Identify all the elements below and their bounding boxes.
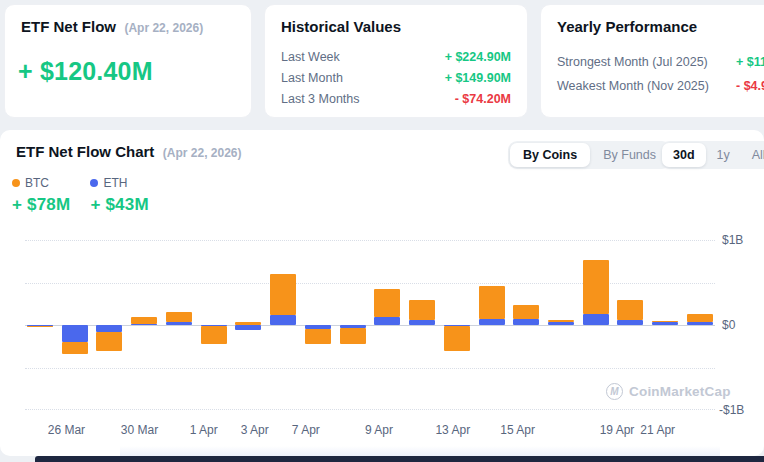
bar-group[interactable] bbox=[444, 240, 470, 410]
negative-stack bbox=[305, 325, 331, 344]
chart-title: ETF Net Flow Chart bbox=[16, 143, 154, 160]
stat-row: Last Week+ $224.90M bbox=[281, 46, 511, 67]
net-flow-title: ETF Net Flow bbox=[21, 18, 116, 35]
btc-segment bbox=[131, 317, 157, 324]
stat-row: Last Month+ $149.90M bbox=[281, 67, 511, 88]
bottom-fade bbox=[120, 446, 720, 456]
y-axis-label-bottom: -$1B bbox=[719, 403, 744, 417]
eth-segment bbox=[513, 319, 539, 325]
coinmarketcap-logo-icon: M bbox=[606, 383, 623, 400]
etf-net-flow-chart-card: ETF Net Flow Chart (Apr 22, 2026) By Coi… bbox=[0, 130, 764, 456]
x-axis-label: 21 Apr bbox=[640, 423, 675, 437]
bar-group[interactable] bbox=[201, 240, 227, 410]
stat-row-value: + $149.90M bbox=[445, 71, 511, 85]
bar-group[interactable] bbox=[305, 240, 331, 410]
btc-segment bbox=[340, 328, 366, 344]
eth-segment bbox=[270, 315, 296, 325]
bar-group[interactable] bbox=[409, 240, 435, 410]
yearly-performance-header: Yearly Performance bbox=[541, 5, 764, 36]
positive-stack bbox=[409, 300, 435, 325]
positive-stack bbox=[583, 260, 609, 325]
btc-segment bbox=[444, 326, 470, 351]
eth-segment bbox=[166, 322, 192, 325]
x-axis-label: 30 Mar bbox=[121, 423, 158, 437]
net-flow-card-header: ETF Net Flow (Apr 22, 2026) bbox=[5, 5, 251, 36]
bar-group[interactable] bbox=[513, 240, 539, 410]
positive-stack bbox=[513, 305, 539, 325]
negative-stack bbox=[444, 325, 470, 351]
btc-segment bbox=[27, 326, 53, 327]
btc-segment bbox=[479, 286, 505, 319]
net-flow-value: + $120.40M bbox=[18, 57, 153, 86]
positive-stack bbox=[687, 314, 713, 325]
stat-row-label: Last 3 Months bbox=[281, 92, 360, 106]
eth-segment bbox=[62, 325, 88, 342]
btc-dot-icon bbox=[12, 179, 20, 187]
eth-segment bbox=[479, 319, 505, 325]
eth-segment bbox=[409, 320, 435, 325]
bar-group[interactable] bbox=[583, 240, 609, 410]
stat-row-label: Last Week bbox=[281, 50, 340, 64]
range-1y[interactable]: 1y bbox=[706, 143, 741, 167]
bar-group[interactable] bbox=[479, 240, 505, 410]
watermark-text: CoinMarketCap bbox=[629, 384, 731, 399]
bar-group[interactable] bbox=[131, 240, 157, 410]
y-axis-label-top: $1B bbox=[722, 233, 743, 247]
x-axis-label: 3 Apr bbox=[241, 423, 269, 437]
stat-row-value: - $4.9 bbox=[736, 79, 764, 93]
toggle-by-coins[interactable]: By Coins bbox=[510, 143, 590, 167]
range-toggle-group: 30d1yAll bbox=[660, 141, 764, 169]
eth-segment bbox=[235, 325, 261, 330]
bar-group[interactable] bbox=[166, 240, 192, 410]
range-all[interactable]: All bbox=[741, 143, 764, 167]
historical-values-rows: Last Week+ $224.90MLast Month+ $149.90ML… bbox=[265, 36, 527, 109]
btc-segment bbox=[583, 260, 609, 314]
legend-item-btc[interactable]: BTC+ $78M bbox=[12, 176, 70, 215]
stat-row-value: + $224.90M bbox=[445, 50, 511, 64]
bar-group[interactable] bbox=[27, 240, 53, 410]
yearly-performance-title: Yearly Performance bbox=[557, 18, 697, 35]
toggle-by-funds[interactable]: By Funds bbox=[590, 143, 669, 167]
x-axis-label: 13 Apr bbox=[435, 423, 470, 437]
x-axis-label: 7 Apr bbox=[292, 423, 320, 437]
view-toggle-group: By CoinsBy Funds bbox=[508, 141, 671, 169]
eth-segment bbox=[652, 322, 678, 325]
stat-row-label: Weakest Month (Nov 2025) bbox=[557, 79, 709, 93]
bar-group[interactable] bbox=[548, 240, 574, 410]
chart-legend: BTC+ $78METH+ $43M bbox=[12, 176, 149, 215]
eth-segment bbox=[131, 324, 157, 325]
negative-stack bbox=[235, 325, 261, 330]
bar-group[interactable] bbox=[374, 240, 400, 410]
range-30d[interactable]: 30d bbox=[662, 143, 706, 167]
legend-head: ETH bbox=[90, 176, 148, 190]
legend-value: + $43M bbox=[90, 195, 148, 215]
stat-row-label: Strongest Month (Jul 2025) bbox=[557, 55, 708, 69]
positive-stack bbox=[270, 274, 296, 325]
x-axis-label: 26 Mar bbox=[48, 423, 85, 437]
eth-segment bbox=[548, 322, 574, 325]
legend-name: BTC bbox=[25, 176, 49, 190]
eth-segment bbox=[687, 322, 713, 325]
eth-segment bbox=[583, 314, 609, 325]
x-axis-label: 15 Apr bbox=[500, 423, 535, 437]
positive-stack bbox=[548, 320, 574, 325]
btc-segment bbox=[62, 342, 88, 354]
eth-segment bbox=[374, 317, 400, 325]
bar-group[interactable] bbox=[340, 240, 366, 410]
negative-stack bbox=[62, 325, 88, 354]
stat-row-value: + $11.0 bbox=[736, 55, 764, 69]
yearly-performance-card: Yearly Performance Strongest Month (Jul … bbox=[540, 4, 764, 118]
x-axis-label: 9 Apr bbox=[365, 423, 393, 437]
bar-group[interactable] bbox=[235, 240, 261, 410]
bar-group[interactable] bbox=[62, 240, 88, 410]
positive-stack bbox=[166, 312, 192, 325]
bottom-scrollbar[interactable] bbox=[35, 456, 764, 462]
positive-stack bbox=[617, 300, 643, 325]
legend-item-eth[interactable]: ETH+ $43M bbox=[90, 176, 148, 215]
bar-group[interactable] bbox=[96, 240, 122, 410]
positive-stack bbox=[479, 286, 505, 325]
bar-group[interactable] bbox=[270, 240, 296, 410]
eth-dot-icon bbox=[90, 179, 98, 187]
stat-row: Strongest Month (Jul 2025)+ $11.0 bbox=[557, 50, 764, 74]
btc-segment bbox=[513, 305, 539, 319]
